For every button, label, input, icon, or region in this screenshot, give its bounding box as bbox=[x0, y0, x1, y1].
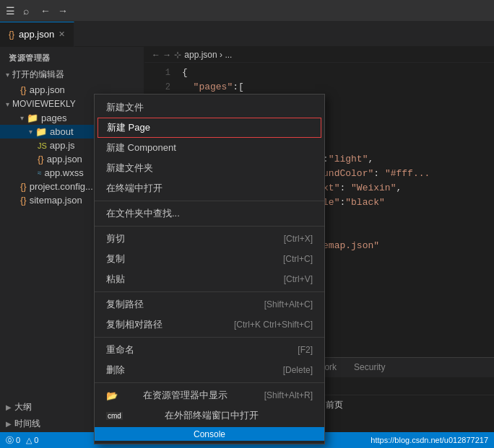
tab-app-json[interactable]: {} app.json ✕ bbox=[0, 22, 74, 47]
menu-item-label: 粘贴 bbox=[106, 273, 125, 286]
tab-bar: {} app.json ✕ bbox=[0, 22, 494, 47]
menu-item-label: 新建 Page bbox=[107, 121, 150, 134]
chevron-icon: ▾ bbox=[6, 71, 9, 79]
menu-item-label: 新建文件 bbox=[106, 101, 144, 114]
menu-find-in-folder[interactable]: 在文件夹中查找... bbox=[95, 203, 324, 224]
menu-shortcut: [Ctrl+C] bbox=[283, 254, 313, 264]
breadcrumb-arrows: ← → bbox=[152, 50, 171, 60]
status-link: https://blog.csdn.net/u012877217 bbox=[370, 436, 488, 444]
menu-reveal-in-explorer[interactable]: 📂 在资源管理器中显示 [Shift+Alt+R] bbox=[95, 385, 324, 405]
breadcrumb-path: app.json › ... bbox=[184, 50, 232, 60]
menu-new-folder[interactable]: 新建文件夹 bbox=[95, 158, 324, 178]
tab-close-icon[interactable]: ✕ bbox=[58, 30, 65, 39]
menu-item-label: 在文件夹中查找... bbox=[106, 207, 180, 220]
search-icon[interactable]: ⌕ bbox=[23, 5, 35, 17]
top-bar-icons: ☰ ⌕ ← → bbox=[6, 5, 69, 17]
menu-item-label: 新建文件夹 bbox=[106, 162, 153, 175]
chevron-icon: ▾ bbox=[29, 128, 32, 136]
terminal-icon: cmd bbox=[106, 412, 123, 420]
explorer-icon: 📂 bbox=[106, 390, 118, 401]
code-line: 2 "pages":[ bbox=[144, 80, 494, 95]
json-icon: {} bbox=[38, 154, 44, 164]
menu-delete[interactable]: 删除 [Delete] bbox=[95, 360, 324, 380]
file-name: app.json bbox=[30, 84, 65, 95]
folder-name: about bbox=[50, 126, 74, 137]
menu-separator bbox=[95, 201, 324, 201]
open-editors-label: 打开的编辑器 bbox=[12, 69, 64, 81]
menu-item-label: 剪切 bbox=[106, 232, 125, 245]
menu-shortcut: [F2] bbox=[298, 345, 313, 355]
status-right: https://blog.csdn.net/u012877217 bbox=[370, 436, 488, 444]
file-name: app.json bbox=[47, 154, 82, 164]
menu-separator bbox=[95, 337, 324, 338]
chevron-icon: ▾ bbox=[6, 100, 9, 108]
forward-icon[interactable]: → bbox=[58, 5, 69, 17]
json-icon: {} bbox=[20, 84, 27, 95]
menu-separator bbox=[95, 291, 324, 292]
menu-shortcut: [Shift+Alt+C] bbox=[264, 299, 313, 309]
menu-shortcut: [Ctrl+X] bbox=[284, 234, 313, 244]
file-name: app.wxss bbox=[45, 167, 84, 178]
chevron-icon: ▶ bbox=[6, 420, 12, 428]
outline-label: 大纲 bbox=[14, 401, 32, 413]
menu-shortcut: [Ctrl+K Ctrl+Shift+C] bbox=[234, 320, 313, 330]
menu-item-label: 重命名 bbox=[106, 343, 134, 356]
menu-cut[interactable]: 剪切 [Ctrl+X] bbox=[95, 229, 324, 249]
menu-rename[interactable]: 重命名 [F2] bbox=[95, 340, 324, 360]
folder-name: pages bbox=[41, 113, 66, 123]
menu-paste[interactable]: 粘贴 [Ctrl+V] bbox=[95, 269, 324, 289]
menu-separator bbox=[95, 382, 324, 383]
menu-copy-relative-path[interactable]: 复制相对路径 [Ctrl+K Ctrl+Shift+C] bbox=[95, 315, 324, 335]
menu-new-page[interactable]: 新建 Page bbox=[98, 118, 321, 138]
file-name: app.js bbox=[50, 140, 75, 151]
menu-shortcut: [Shift+Alt+R] bbox=[264, 390, 313, 400]
menu-icon[interactable]: ☰ bbox=[6, 5, 17, 17]
menu-item-label: 复制路径 bbox=[106, 298, 144, 311]
js-icon: JS bbox=[38, 141, 47, 150]
chevron-icon: ▶ bbox=[6, 403, 12, 411]
menu-item-label: 复制 bbox=[106, 252, 125, 265]
error-count: ⓪ 0 bbox=[6, 435, 20, 446]
movieweekly-label: MOVIEWEEKLY bbox=[12, 99, 76, 109]
tab-security[interactable]: Security bbox=[347, 359, 392, 377]
menu-copy-path[interactable]: 复制路径 [Shift+Alt+C] bbox=[95, 294, 324, 315]
breadcrumb-icon: ⊹ bbox=[174, 50, 181, 60]
warning-count: △ 0 bbox=[26, 436, 38, 445]
menu-separator bbox=[95, 226, 324, 227]
chevron-icon: ▾ bbox=[20, 114, 24, 122]
menu-copy[interactable]: 复制 [Ctrl+C] bbox=[95, 249, 324, 269]
json-icon: {} bbox=[20, 195, 27, 206]
menu-item-label: 在资源管理器中显示 bbox=[143, 389, 228, 402]
wxss-icon: ≈ bbox=[38, 169, 42, 177]
line-number: 1 bbox=[150, 66, 170, 80]
top-bar: ☰ ⌕ ← → bbox=[0, 0, 494, 22]
folder-icon: 📁 bbox=[35, 126, 47, 137]
file-name: sitemap.json bbox=[30, 195, 82, 206]
tab-icon: {} bbox=[9, 30, 14, 40]
menu-item-label: 删除 bbox=[106, 364, 125, 377]
console-label[interactable]: Console bbox=[95, 427, 324, 441]
line-number: 2 bbox=[150, 80, 170, 95]
folder-icon: 📁 bbox=[27, 113, 38, 123]
code-line: 1 { bbox=[144, 66, 494, 80]
json-icon: {} bbox=[20, 181, 27, 192]
menu-item-label: 在外部终端窗口中打开 bbox=[165, 409, 259, 422]
menu-shortcut: [Delete] bbox=[283, 365, 313, 375]
menu-open-terminal[interactable]: 在终端中打开 bbox=[95, 178, 324, 198]
sidebar-title: 资源管理器 bbox=[0, 47, 144, 66]
tab-label: app.json bbox=[19, 29, 54, 40]
timeline-label: 时间线 bbox=[14, 418, 40, 430]
menu-new-component[interactable]: 新建 Component bbox=[95, 138, 324, 158]
file-name: project.config... bbox=[30, 181, 93, 192]
menu-open-external-terminal[interactable]: cmd 在外部终端窗口中打开 bbox=[95, 405, 324, 426]
menu-shortcut: [Ctrl+V] bbox=[284, 274, 313, 284]
console-label-text: Console bbox=[194, 429, 225, 439]
menu-new-file[interactable]: 新建文件 bbox=[95, 97, 324, 118]
editor-breadcrumb: ← → ⊹ app.json › ... bbox=[144, 47, 494, 63]
menu-item-label: 新建 Component bbox=[106, 141, 176, 154]
menu-item-label: 在终端中打开 bbox=[106, 182, 162, 195]
back-icon[interactable]: ← bbox=[40, 5, 52, 17]
menu-item-label: 复制相对路径 bbox=[106, 318, 162, 331]
open-editors-section[interactable]: ▾ 打开的编辑器 bbox=[0, 66, 144, 83]
context-menu: 新建文件 新建 Page 新建 Component 新建文件夹 在终端中打开 在… bbox=[94, 94, 325, 444]
